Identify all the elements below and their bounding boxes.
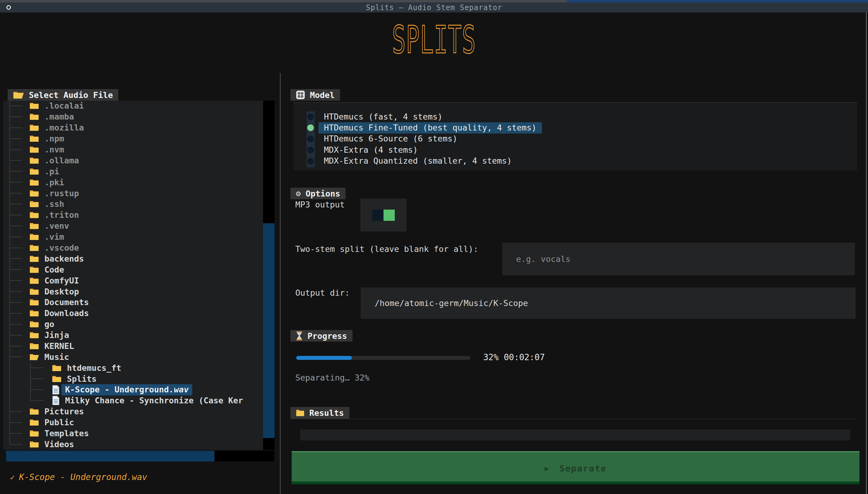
folder-icon [30, 430, 39, 437]
tree-item-label: .mamba [44, 112, 74, 121]
tree-item[interactable]: .rustup [3, 188, 263, 198]
progress-bar [296, 356, 470, 360]
tree-guide-stub [9, 138, 22, 139]
tree-item[interactable]: Templates [3, 428, 263, 439]
tree-item-label: Documents [44, 298, 89, 307]
model-option-label[interactable]: HTDemucs (fast, 4 stems) [319, 111, 448, 122]
tree-item[interactable]: Jinja [3, 330, 263, 341]
progress-section-title: Progress [307, 331, 347, 341]
titlebar[interactable]: Splits — Audio Stem Separator [0, 2, 868, 13]
tree-item[interactable]: Desktop [3, 286, 263, 297]
selected-file-status: ✓ K-Scope - Underground.wav [10, 472, 147, 482]
model-option[interactable]: HTDemucs (fast, 4 stems) [293, 111, 857, 122]
tree-guide-stub [9, 335, 22, 336]
tree-item-label: Desktop [44, 287, 79, 296]
tree-item[interactable]: .mamba [3, 111, 263, 122]
tree-horizontal-scrollbar[interactable] [6, 451, 274, 461]
folder-icon [30, 266, 39, 273]
tree-item[interactable]: go [3, 319, 263, 330]
tree-vertical-scrollbar[interactable] [263, 101, 275, 450]
two-stem-placeholder: e.g. vocals [516, 254, 571, 264]
tree-item[interactable]: htdemucs_ft [3, 362, 263, 373]
tree-item[interactable]: ComfyUI [3, 275, 263, 286]
tree-item-label: .pi [44, 167, 59, 176]
tree-item[interactable]: .pki [3, 177, 263, 188]
results-section-header: Results [290, 407, 349, 419]
tree-item[interactable]: Downloads [3, 308, 263, 319]
tree-item[interactable]: Videos [3, 439, 263, 450]
tree-item[interactable]: Milky Chance - Synchronize (Case Ker [3, 395, 263, 406]
tree-item[interactable]: .nvm [3, 144, 263, 155]
radio-button-icon[interactable] [307, 158, 314, 165]
progress-status-text: Separating… 32% [295, 373, 369, 382]
tree-item[interactable]: Public [3, 417, 263, 428]
tree-item[interactable]: .vim [3, 231, 263, 243]
panel-divider[interactable] [280, 73, 281, 494]
tree-item[interactable]: Code [3, 264, 263, 275]
tree-vertical-scrollbar-thumb[interactable] [263, 223, 275, 438]
tree-item[interactable]: Pictures [3, 406, 263, 417]
folder-icon [30, 407, 39, 415]
separate-button[interactable]: ▶ Separate [292, 451, 860, 484]
folder-icon [30, 419, 39, 426]
model-option-label[interactable]: MDX-Extra (4 stems) [319, 145, 423, 156]
tree-horizontal-scrollbar-thumb[interactable] [6, 451, 214, 461]
tree-guide-stub [9, 204, 22, 204]
folder-icon [30, 168, 39, 175]
model-option[interactable]: MDX-Extra Quantized (smaller, 4 stems) [293, 156, 857, 167]
folder-icon [296, 409, 305, 417]
tree-item[interactable]: .pi [3, 166, 263, 177]
model-option-label[interactable]: HTDemucs 6-Source (6 stems) [319, 133, 463, 145]
tree-item[interactable]: Documents [3, 297, 263, 308]
radio-button-icon[interactable] [307, 136, 314, 142]
folder-icon [30, 342, 39, 350]
model-option[interactable]: HTDemucs 6-Source (6 stems) [293, 134, 857, 145]
tree-guide-stub [9, 444, 22, 445]
tree-item-label: Code [44, 265, 64, 274]
radio-button-icon[interactable] [307, 113, 314, 120]
tree-item[interactable]: Splits [3, 373, 263, 384]
folder-icon [30, 299, 39, 306]
tree-item-label: Videos [44, 440, 74, 449]
tree-guide-stub [30, 400, 44, 401]
selected-file-name: K-Scope - Underground.wav [19, 472, 147, 482]
two-stem-input[interactable]: e.g. vocals [502, 243, 855, 275]
model-option-label[interactable]: HTDemucs Fine-Tuned (best quality, 4 ste… [319, 122, 542, 134]
tree-guide-stub [9, 128, 22, 128]
tree-item[interactable]: KERNEL [3, 341, 263, 352]
tree-guide-stub [9, 357, 22, 357]
tree-item[interactable]: .vscode [3, 243, 263, 253]
radio-button-icon[interactable] [307, 147, 314, 153]
mp3-output-toggle[interactable] [361, 198, 407, 231]
file-panel-title: Select Audio File [29, 90, 113, 100]
play-icon: ▶ [544, 464, 549, 473]
audio-file-icon [52, 396, 60, 405]
folder-icon [52, 364, 61, 372]
model-option[interactable]: MDX-Extra (4 stems) [293, 145, 857, 155]
app-logo: SPLITS [392, 21, 476, 59]
tree-item[interactable]: .triton [3, 210, 263, 221]
tree-item[interactable]: .npm [3, 133, 263, 144]
radio-button-icon[interactable] [307, 125, 314, 131]
tree-item-label: Jinja [44, 330, 69, 340]
tree-guide-stub [9, 160, 22, 160]
tree-item-label: .npm [44, 134, 64, 143]
results-list[interactable] [300, 430, 850, 440]
tree-item[interactable]: .localai [3, 100, 263, 111]
tree-item[interactable]: .ollama [3, 155, 263, 166]
tree-item[interactable]: backends [3, 253, 263, 264]
model-section-title: Model [310, 90, 334, 100]
tree-item[interactable]: .ssh [3, 198, 263, 210]
tree-item-label: Music [44, 352, 69, 362]
model-option-label[interactable]: MDX-Extra Quantized (smaller, 4 stems) [319, 155, 517, 167]
output-dir-value: /home/atomic-germ/Music/K-Scope [375, 299, 528, 308]
model-option[interactable]: HTDemucs Fine-Tuned (best quality, 4 ste… [293, 122, 857, 133]
tree-item[interactable]: .venv [3, 221, 263, 231]
tree-item-label: .vscode [44, 243, 79, 252]
tree-item[interactable]: Music [3, 352, 263, 362]
tree-item[interactable]: .mozilla [3, 122, 263, 133]
tree-item-label: Public [44, 418, 74, 427]
folder-icon [30, 102, 39, 110]
output-dir-input[interactable]: /home/atomic-germ/Music/K-Scope [361, 287, 855, 319]
tree-item[interactable]: K-Scope - Underground.wav [3, 384, 263, 395]
